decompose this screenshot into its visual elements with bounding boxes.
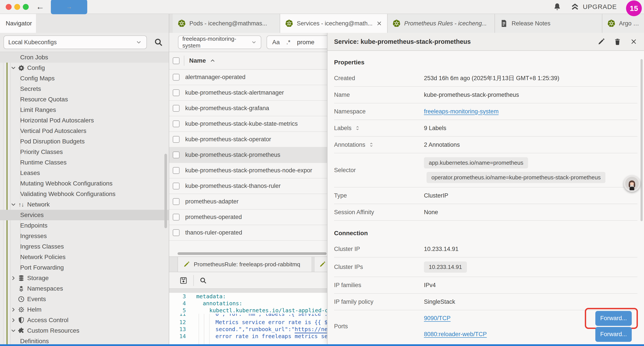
avatar[interactable] xyxy=(624,175,640,192)
row-checkbox[interactable] xyxy=(173,74,180,81)
workspace-tab[interactable]: Prometheus Rules - icecheng... xyxy=(388,14,495,33)
navigator-panel-tab[interactable]: Navigator xyxy=(0,14,36,33)
regex-toggle[interactable]: .* xyxy=(286,39,290,46)
close-window-button[interactable] xyxy=(6,4,12,10)
tree-item[interactable]: Pod Disruption Budgets xyxy=(0,136,169,147)
tree-item[interactable]: Validating Webhook Configurations xyxy=(0,189,169,199)
horizontal-scrollbar[interactable] xyxy=(178,252,326,255)
search-icon[interactable] xyxy=(154,38,163,47)
service-name: kube-prometheus-stack-prometheus xyxy=(185,152,280,158)
row-checkbox[interactable] xyxy=(173,229,180,236)
row-checkbox[interactable] xyxy=(173,183,180,189)
kubeconfig-selector[interactable]: Local Kubeconfigs xyxy=(4,35,147,49)
forward-button[interactable]: Forward... xyxy=(595,311,632,326)
code-link[interactable]: https://net xyxy=(294,326,331,333)
forward-button[interactable]: → xyxy=(51,0,87,14)
maximize-window-button[interactable] xyxy=(23,4,29,10)
forward-button[interactable]: Forward... xyxy=(595,327,632,342)
tree-item[interactable]: Vertical Pod Autoscalers xyxy=(0,126,169,136)
save-icon[interactable] xyxy=(179,276,188,285)
minimize-window-button[interactable] xyxy=(14,4,20,10)
editor-search-icon[interactable] xyxy=(200,277,207,284)
workspace-tab[interactable]: Argo Se xyxy=(602,14,644,33)
close-tab-icon[interactable] xyxy=(376,20,382,26)
tree-item[interactable]: Horizontal Pod Autoscalers xyxy=(0,115,169,126)
tree-item[interactable]: Priority Classes xyxy=(0,147,169,157)
detail-row-label: Session Affinity xyxy=(334,209,374,216)
delete-icon[interactable] xyxy=(614,38,621,45)
tree-item[interactable]: Secrets xyxy=(0,84,169,94)
sort-icon[interactable] xyxy=(368,142,374,148)
tree-item-label: Resource Quotas xyxy=(20,96,68,103)
tree-item-label: Storage xyxy=(27,275,49,282)
tree-item[interactable]: Definitions xyxy=(0,336,169,344)
tree-item[interactable]: Config xyxy=(0,63,169,73)
name-column-header[interactable]: Name xyxy=(189,57,206,64)
tree-item[interactable]: Port Forwarding xyxy=(0,262,169,273)
tree-item[interactable]: Ingresses xyxy=(0,231,169,241)
editor-tab[interactable]: PrometheusRule: freeleaps-prod-rabbitmq xyxy=(178,257,312,272)
edit-icon[interactable] xyxy=(598,38,605,45)
titlebar: ← → UPGRADE 15 xyxy=(0,0,644,14)
tree-item[interactable]: Leases xyxy=(0,168,169,178)
match-case-toggle[interactable]: Aa xyxy=(272,39,280,46)
tree-item[interactable]: Storage xyxy=(0,273,169,283)
namespaces-icon xyxy=(18,285,25,292)
tree-item[interactable]: Namespaces xyxy=(0,283,169,294)
tree-item[interactable]: Runtime Classes xyxy=(0,157,169,168)
detail-row: Created 253d 16h 6m ago (2025年1月13日 GMT+… xyxy=(334,70,638,87)
close-panel-icon[interactable] xyxy=(630,38,638,45)
upgrade-button[interactable]: UPGRADE xyxy=(570,2,617,11)
tree-item[interactable]: Resource Quotas xyxy=(0,94,169,105)
window-controls xyxy=(6,4,29,10)
namespace-selector[interactable]: freeleaps-monitoring-system xyxy=(178,35,261,49)
port-link[interactable]: 8080:reloader-web/TCP xyxy=(424,331,487,338)
port-link[interactable]: 9090/TCP xyxy=(424,315,451,322)
select-all-checkbox[interactable] xyxy=(173,57,180,64)
detail-row: IP families IPv4 xyxy=(334,277,638,294)
editor-tab-label: PrometheusRule: freeleaps-prod-rabbitmq xyxy=(194,261,300,268)
tree-item-label: Definitions xyxy=(20,338,49,344)
detail-scrollbar[interactable] xyxy=(640,59,643,221)
sort-icon[interactable] xyxy=(355,125,360,131)
row-checkbox[interactable] xyxy=(173,198,180,205)
tree-item[interactable]: Events xyxy=(0,294,169,304)
tree-item-label: Network Policies xyxy=(20,254,66,261)
row-checkbox[interactable] xyxy=(173,136,180,143)
namespace-link[interactable]: freeleaps-monitoring-system xyxy=(424,108,499,115)
notification-badge[interactable]: 15 xyxy=(626,0,642,16)
tree-item[interactable]: Config Maps xyxy=(0,73,169,84)
tree-item[interactable]: Ingress Classes xyxy=(0,241,169,252)
tree-item[interactable]: ↑↓ Network xyxy=(0,199,169,210)
tree-item[interactable]: Limit Ranges xyxy=(0,105,169,115)
service-name: prometheus-adapter xyxy=(185,198,238,205)
row-checkbox[interactable] xyxy=(173,105,180,112)
back-button[interactable]: ← xyxy=(36,1,44,12)
row-checkbox[interactable] xyxy=(173,89,180,96)
sidebar-scrollbar[interactable] xyxy=(164,154,167,228)
workspace-tab[interactable]: Services - icecheng@math... xyxy=(280,14,388,33)
tree-item[interactable]: Helm xyxy=(0,304,169,315)
row-checkbox[interactable] xyxy=(173,152,180,158)
tree-item-label: Limit Ranges xyxy=(20,106,56,113)
row-checkbox[interactable] xyxy=(173,214,180,221)
tree-item[interactable]: Endpoints xyxy=(0,220,169,231)
row-checkbox[interactable] xyxy=(173,120,180,127)
service-name: prometheus-operated xyxy=(185,214,242,221)
kubernetes-icon xyxy=(178,19,186,27)
bell-icon[interactable] xyxy=(553,3,561,11)
detail-row: Labels 9 Labels xyxy=(334,120,638,137)
line-number: 11 xyxy=(169,314,186,317)
tree-item[interactable]: Mutating Webhook Configurations xyxy=(0,178,169,189)
tree-item[interactable]: Access Control xyxy=(0,315,169,326)
line-number: 5 xyxy=(169,307,186,314)
sort-ascending-icon[interactable] xyxy=(209,57,216,64)
row-checkbox[interactable] xyxy=(173,167,180,174)
workspace-tab[interactable]: Release Notes xyxy=(495,14,602,33)
tree-item[interactable]: Cron Jobs xyxy=(0,52,169,63)
tree-item[interactable]: Network Policies xyxy=(0,252,169,262)
tree-item[interactable]: Custom Resources xyxy=(0,326,169,336)
tree-item-label: Priority Classes xyxy=(20,148,63,155)
workspace-tab[interactable]: Pods - icecheng@mathmas... xyxy=(173,14,280,33)
tree-item[interactable]: Services xyxy=(0,210,169,220)
